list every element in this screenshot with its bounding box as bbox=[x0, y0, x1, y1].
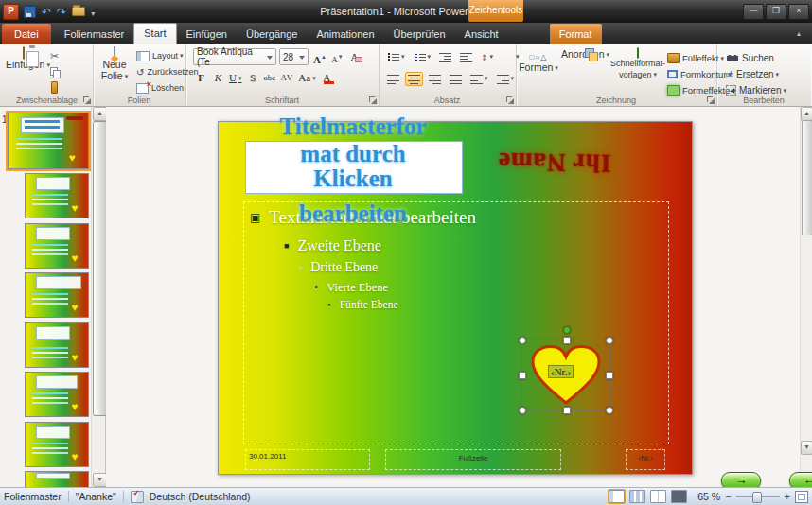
tab-ansicht[interactable]: Ansicht bbox=[455, 24, 508, 44]
strikethrough-button[interactable]: abc bbox=[262, 69, 276, 86]
scroll-up-icon[interactable]: ▲ bbox=[93, 107, 107, 121]
copy-button[interactable] bbox=[50, 64, 60, 79]
footer-placeholder[interactable]: Fußzeile bbox=[385, 449, 561, 470]
tab-folienmaster[interactable]: Folienmaster bbox=[55, 24, 134, 44]
thumbnail-layout[interactable]: ♥ bbox=[25, 372, 89, 417]
thumbnail-layout[interactable]: ♥ bbox=[25, 422, 89, 467]
minimize-button[interactable]: — bbox=[743, 4, 764, 20]
nav-back-button[interactable]: ← bbox=[789, 472, 812, 487]
name-wordart[interactable]: Ihr Name bbox=[495, 127, 615, 178]
align-right-button[interactable] bbox=[426, 72, 444, 86]
text-shadow-button[interactable]: S bbox=[245, 69, 259, 86]
open-icon[interactable] bbox=[72, 7, 85, 16]
slide-sorter-view-icon[interactable] bbox=[629, 490, 645, 503]
align-center-button[interactable] bbox=[405, 72, 423, 86]
replace-button[interactable]: abErsetzen bbox=[726, 66, 779, 81]
thumbnail-scrollbar[interactable]: ▲ ▼ bbox=[91, 107, 105, 487]
shrink-font-button[interactable]: A▼ bbox=[330, 48, 344, 65]
font-name-combo[interactable]: Book Antiqua (Te bbox=[193, 48, 276, 65]
slide-canvas[interactable]: Titelmasterfor mat durch Klicken bearbei… bbox=[218, 121, 693, 475]
shapes-button[interactable]: Formen bbox=[518, 50, 559, 74]
thumbnail-layout[interactable]: ♥ bbox=[25, 223, 89, 269]
selection-handle[interactable] bbox=[563, 407, 571, 414]
reading-view-icon[interactable] bbox=[650, 490, 666, 503]
bullets-button[interactable] bbox=[384, 50, 408, 64]
tab-einfuegen[interactable]: Einfügen bbox=[177, 24, 237, 44]
font-size-combo[interactable]: 28 bbox=[279, 48, 309, 65]
drawing-dialog-launcher-icon[interactable] bbox=[706, 96, 715, 104]
heart-shape-selected[interactable]: ‹Nr.› bbox=[521, 340, 610, 411]
save-icon[interactable] bbox=[24, 6, 36, 18]
increase-indent-button[interactable] bbox=[457, 50, 475, 64]
qat-customize-caret-icon[interactable] bbox=[91, 3, 95, 20]
selection-handle[interactable] bbox=[519, 372, 526, 379]
editor-scrollbar[interactable]: ▲ ▼ bbox=[800, 107, 812, 487]
normal-view-icon[interactable] bbox=[609, 490, 625, 503]
slidenumber-placeholder[interactable]: ‹Nr.› bbox=[626, 449, 665, 470]
scroll-down-icon[interactable]: ▼ bbox=[801, 441, 812, 455]
italic-button[interactable]: K bbox=[211, 69, 225, 86]
arrange-button[interactable]: Anordnen bbox=[561, 48, 609, 61]
maximize-button[interactable]: ❐ bbox=[766, 4, 786, 20]
quick-styles-button[interactable]: Schnellformat- vorlagen bbox=[610, 48, 665, 80]
thumbnail-layout[interactable]: ♥ bbox=[25, 272, 89, 318]
zoom-slider[interactable] bbox=[736, 496, 780, 497]
grow-font-button[interactable]: A▲ bbox=[312, 48, 327, 65]
line-spacing-button[interactable] bbox=[478, 50, 496, 64]
columns-button[interactable] bbox=[468, 72, 491, 86]
numbering-button[interactable] bbox=[411, 50, 434, 64]
format-painter-button[interactable] bbox=[51, 79, 58, 95]
align-text-button[interactable] bbox=[494, 72, 518, 86]
bold-button[interactable]: F bbox=[194, 69, 208, 86]
zoom-out-button[interactable]: − bbox=[725, 492, 731, 501]
underline-button[interactable]: U bbox=[228, 69, 242, 86]
decrease-indent-button[interactable] bbox=[436, 50, 454, 64]
selection-handle[interactable] bbox=[606, 337, 613, 344]
font-dialog-launcher-icon[interactable] bbox=[368, 96, 377, 104]
rotation-handle[interactable] bbox=[563, 326, 571, 334]
language-label[interactable]: Deutsch (Deutschland) bbox=[150, 491, 251, 502]
spellcheck-icon[interactable] bbox=[131, 491, 144, 503]
thumbnail-master[interactable]: ♥ bbox=[8, 113, 89, 169]
powerpoint-app-icon[interactable]: P bbox=[3, 4, 19, 20]
tab-start[interactable]: Start bbox=[133, 23, 176, 44]
selection-handle[interactable] bbox=[606, 407, 613, 414]
tab-uebergaenge[interactable]: Übergänge bbox=[237, 24, 307, 44]
cut-button[interactable] bbox=[50, 48, 59, 63]
tab-datei[interactable]: Datei bbox=[2, 24, 51, 44]
tab-format[interactable]: Format bbox=[550, 24, 602, 44]
selection-handle[interactable] bbox=[519, 337, 526, 344]
scroll-down-icon[interactable]: ▼ bbox=[93, 473, 107, 487]
font-color-button[interactable]: A bbox=[320, 69, 334, 86]
new-slide-button[interactable]: Neue Folie bbox=[96, 47, 133, 82]
scrollbar-thumb[interactable] bbox=[802, 120, 812, 235]
thumbnail-layout[interactable] bbox=[25, 471, 89, 488]
slideshow-view-icon[interactable] bbox=[671, 490, 687, 503]
thumbnail-layout[interactable]: ♥ bbox=[25, 322, 89, 368]
zoom-slider-thumb[interactable] bbox=[752, 492, 762, 503]
layout-button[interactable]: Layout bbox=[136, 48, 184, 63]
change-case-button[interactable]: Aa bbox=[297, 69, 316, 86]
shape-fill-button[interactable]: Fülleffekt bbox=[667, 50, 724, 65]
tab-ueberpruefen[interactable]: Überprüfen bbox=[384, 24, 455, 44]
align-left-button[interactable] bbox=[384, 72, 402, 86]
date-placeholder[interactable]: 30.01.2011 bbox=[245, 449, 370, 470]
zoom-level[interactable]: 65 % bbox=[697, 491, 720, 502]
tab-animationen[interactable]: Animationen bbox=[307, 24, 383, 44]
justify-button[interactable] bbox=[447, 72, 465, 86]
character-spacing-button[interactable]: AV bbox=[279, 69, 294, 86]
clipboard-dialog-launcher-icon[interactable] bbox=[82, 96, 91, 104]
fit-to-window-icon[interactable] bbox=[795, 491, 808, 503]
scrollbar-thumb[interactable] bbox=[93, 121, 107, 416]
selection-handle[interactable] bbox=[606, 372, 613, 379]
close-button[interactable]: × bbox=[788, 4, 809, 20]
delete-button[interactable]: Löschen bbox=[136, 80, 184, 96]
clear-formatting-button[interactable]: A bbox=[347, 48, 362, 65]
undo-icon[interactable] bbox=[42, 3, 51, 20]
ribbon-collapse-icon[interactable] bbox=[797, 29, 801, 38]
thumbnail-layout[interactable]: ♥ bbox=[25, 173, 89, 218]
paste-button[interactable]: Einfügen bbox=[6, 47, 42, 71]
paragraph-dialog-launcher-icon[interactable] bbox=[505, 96, 514, 104]
scroll-up-icon[interactable]: ▲ bbox=[801, 107, 812, 121]
redo-icon[interactable] bbox=[57, 3, 66, 20]
